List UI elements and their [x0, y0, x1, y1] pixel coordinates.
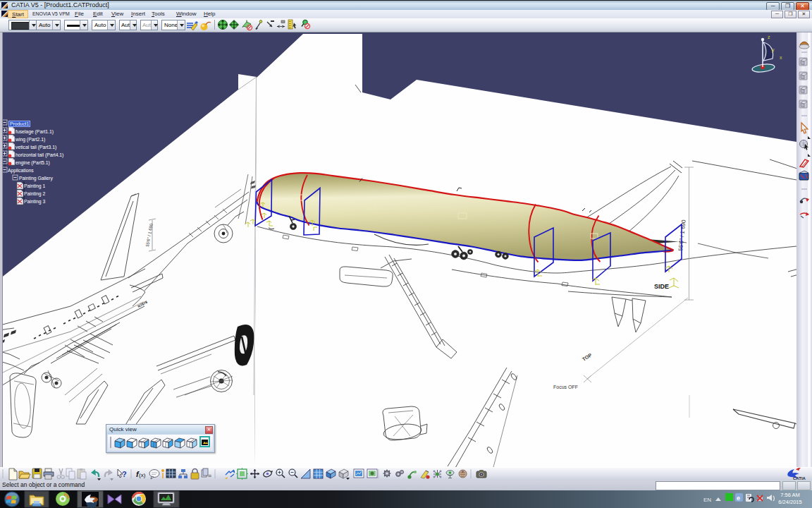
svg-text:x: x [780, 55, 782, 60]
svg-text:?: ? [122, 470, 127, 478]
svg-text:Focus OFF: Focus OFF [553, 385, 578, 389]
svg-text:EN: EN [703, 497, 711, 503]
svg-text:=: = [208, 472, 211, 479]
svg-text:(x): (x) [139, 472, 146, 478]
svg-text:e: e [737, 495, 740, 502]
svg-text:y: y [772, 47, 775, 53]
svg-text:z: z [768, 35, 770, 40]
svg-text:SIDE: SIDE [654, 283, 669, 290]
